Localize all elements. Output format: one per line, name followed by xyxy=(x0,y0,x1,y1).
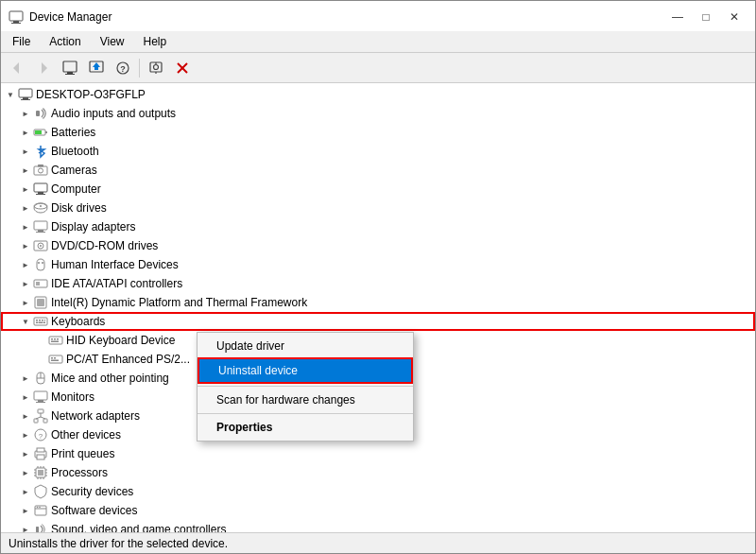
monitors-expand-icon: ► xyxy=(18,390,33,405)
svg-rect-62 xyxy=(51,360,59,362)
svg-rect-57 xyxy=(57,338,59,340)
sound-expand-icon: ► xyxy=(18,522,33,532)
minimize-button[interactable]: — xyxy=(664,8,691,26)
pcat-keyboard-label: PC/AT Enhanced PS/2... xyxy=(66,353,190,366)
tree-root[interactable]: ▼ DESKTOP-O3FGFLP xyxy=(1,85,755,104)
window-controls: — □ ✕ xyxy=(664,8,747,26)
sound-icon xyxy=(33,522,48,532)
disk-expand-icon: ► xyxy=(18,200,33,216)
toolbar-separator xyxy=(139,59,140,78)
tree-ide[interactable]: ► IDE ATA/ATAPI controllers xyxy=(1,274,755,293)
svg-point-33 xyxy=(40,205,42,207)
scan-hardware-button[interactable] xyxy=(144,57,168,79)
help-button[interactable]: ? xyxy=(111,57,135,79)
main-content: ▼ DESKTOP-O3FGFLP ► xyxy=(1,83,755,532)
svg-marker-9 xyxy=(93,62,100,70)
ctx-uninstall-device[interactable]: Uninstall device xyxy=(198,357,413,384)
menu-bar: File Action View Help xyxy=(1,31,755,53)
tree-bluetooth[interactable]: ► Bluetooth xyxy=(1,142,755,161)
cameras-label: Cameras xyxy=(51,164,97,177)
tree-disk[interactable]: ► Disk drives xyxy=(1,199,755,217)
svg-rect-51 xyxy=(36,322,38,324)
back-button[interactable] xyxy=(5,57,29,79)
svg-rect-97 xyxy=(36,527,39,532)
menu-help[interactable]: Help xyxy=(136,33,175,50)
audio-expand-icon: ► xyxy=(18,106,33,121)
tree-print[interactable]: ► Print queues xyxy=(1,444,755,463)
tree-sound[interactable]: ► Sound, video and game controllers xyxy=(1,520,755,532)
ide-expand-icon: ► xyxy=(18,276,33,291)
tree-intel[interactable]: ► Intel(R) Dynamic Platform and Thermal … xyxy=(1,293,755,312)
svg-line-73 xyxy=(41,417,45,419)
network-expand-icon: ► xyxy=(18,408,33,424)
status-bar: Uninstalls the driver for the selected d… xyxy=(1,532,755,553)
tree-dvd[interactable]: ► DVD/CD-ROM drives xyxy=(1,236,755,255)
menu-action[interactable]: Action xyxy=(42,33,88,50)
maximize-button[interactable]: □ xyxy=(693,8,719,26)
tree-software[interactable]: ► Software devices xyxy=(1,501,755,520)
keyboards-label: Keyboards xyxy=(51,315,105,328)
monitor-icon xyxy=(33,390,48,405)
forward-button[interactable] xyxy=(31,57,56,79)
mice-label: Mice and other pointing xyxy=(51,372,169,385)
svg-rect-67 xyxy=(36,402,45,403)
svg-point-96 xyxy=(39,507,41,509)
cameras-expand-icon: ► xyxy=(18,163,33,178)
intel-label: Intel(R) Dynamic Platform and Thermal Fr… xyxy=(51,296,307,309)
status-text: Uninstalls the driver for the selected d… xyxy=(9,537,228,550)
svg-rect-53 xyxy=(43,322,45,324)
svg-rect-25 xyxy=(34,166,47,175)
tree-audio[interactable]: ► Audio inputs and outputs xyxy=(1,104,755,123)
svg-rect-78 xyxy=(37,455,44,459)
tree-computer[interactable]: ► Computer xyxy=(1,180,755,199)
update-driver-button[interactable] xyxy=(84,57,109,79)
ctx-scan-hardware[interactable]: Scan for hardware changes xyxy=(198,389,413,411)
tree-processors[interactable]: ► xyxy=(1,463,755,482)
dvd-label: DVD/CD-ROM drives xyxy=(51,239,158,252)
svg-rect-66 xyxy=(38,400,43,402)
mice-expand-icon: ► xyxy=(18,371,33,386)
display-expand-icon: ► xyxy=(18,219,33,234)
svg-line-72 xyxy=(36,417,41,419)
tree-batteries[interactable]: ► Batteries xyxy=(1,123,755,142)
window-title: Device Manager xyxy=(29,10,112,24)
ctx-properties[interactable]: Properties xyxy=(198,416,413,439)
print-expand-icon: ► xyxy=(18,446,33,461)
tree-display[interactable]: ► Display adapters xyxy=(1,217,755,236)
menu-view[interactable]: View xyxy=(93,33,132,50)
svg-rect-52 xyxy=(39,322,43,324)
root-expand-icon: ▼ xyxy=(3,87,18,102)
monitors-label: Monitors xyxy=(51,390,94,404)
tree-hid[interactable]: ► Human Interface Devices xyxy=(1,255,755,274)
audio-icon xyxy=(33,106,48,121)
tree-keyboards[interactable]: ▼ Keyboards xyxy=(1,312,755,331)
context-menu: Update driver Uninstall device Scan for … xyxy=(197,332,414,441)
tree-cameras[interactable]: ► Cameras xyxy=(1,161,755,180)
properties-button[interactable] xyxy=(58,57,82,79)
ide-label: IDE ATA/ATAPI controllers xyxy=(51,277,182,290)
hid-expand-icon: ► xyxy=(18,257,33,272)
svg-rect-46 xyxy=(34,318,47,325)
svg-rect-7 xyxy=(65,74,75,75)
ctx-separator xyxy=(198,386,413,387)
svg-rect-43 xyxy=(36,282,40,286)
svg-rect-29 xyxy=(38,192,43,194)
display-icon xyxy=(33,219,48,234)
close-button[interactable]: ✕ xyxy=(721,8,747,26)
svg-text:?: ? xyxy=(39,432,43,441)
svg-rect-21 xyxy=(36,111,40,116)
tree-security[interactable]: ► Security devices xyxy=(1,482,755,501)
ctx-update-driver[interactable]: Update driver xyxy=(198,335,413,357)
svg-rect-80 xyxy=(38,470,43,476)
intel-icon xyxy=(33,295,48,310)
hid-label: Human Interface Devices xyxy=(51,258,179,271)
uninstall-button[interactable] xyxy=(170,57,195,79)
bluetooth-icon xyxy=(33,144,48,159)
software-expand-icon: ► xyxy=(18,503,33,518)
svg-rect-5 xyxy=(63,61,77,72)
menu-file[interactable]: File xyxy=(5,33,38,50)
svg-rect-23 xyxy=(45,131,47,133)
svg-rect-45 xyxy=(37,299,44,306)
device-tree[interactable]: ▼ DESKTOP-O3FGFLP ► xyxy=(1,83,755,532)
batteries-label: Batteries xyxy=(51,126,95,139)
